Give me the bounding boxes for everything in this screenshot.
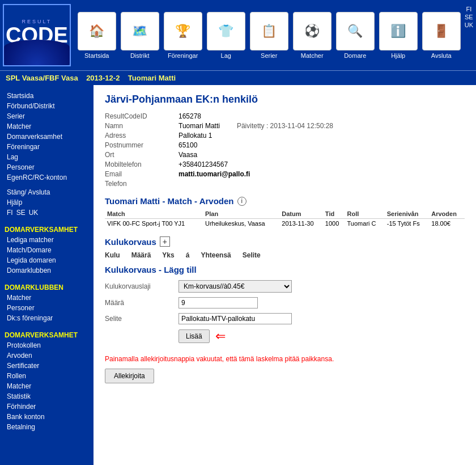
nav-item-startsida[interactable]: 🏠 Startsida [76,12,117,59]
label-resultcodeid: ResultCodeID [105,112,178,120]
sidebar-item-startsida[interactable]: Startsida [0,91,94,101]
match-cell-plan: Urheilukeskus, Vaasa [203,219,279,229]
match-title-text: Tuomari Matti - Match - Arvoden [105,196,234,206]
match-table: Match Plan Datum Tid Roll Serienivån Arv… [105,209,465,228]
sidebar-item-statistik[interactable]: Statistik [0,391,94,401]
kulukorvaus-header: Kulukorvaus + [105,236,465,247]
nav-item-lag[interactable]: 👕 Lag [206,12,246,59]
sidebar-item-betalning[interactable]: Betalning [0,422,94,432]
foreningar-icon[interactable]: 🏆 [164,12,202,50]
main-content: Järvi-Pohjanmaan EK:n henkilö ResultCode… [94,85,476,465]
selite-input[interactable] [178,313,292,324]
info-row-postnummer: Postnummer 65100 [105,141,465,149]
info-icon[interactable]: i [237,197,246,206]
sidebar-item-lediga[interactable]: Lediga matcher [0,235,94,245]
nav-label-lag: Lag [221,52,231,59]
lang-uk[interactable]: UK [465,22,473,28]
lang-fi[interactable]: FI [466,6,471,12]
nav-item-avsluta[interactable]: 🚪 Avsluta [421,12,462,59]
value-email: matti.tuomari@pallo.fi [178,170,250,178]
lang-se[interactable]: SE [465,14,473,20]
updated-label: Päivitetty : 2013-11-04 12:50:28 [237,122,333,130]
col-arvoden: Arvoden [429,209,465,219]
sidebar-item-domarklubben[interactable]: Domarklubben [0,265,94,276]
sidebar-lang-row: FI SE UK [0,208,94,218]
logo[interactable]: RESULT CODE (www) [3,4,71,66]
sidebar-item-lag[interactable]: Lag [0,152,94,162]
nav-label-serier: Serier [261,52,277,59]
nav-item-domare[interactable]: 🔍 Domare [335,12,376,59]
sidebar-item-arvoden[interactable]: Arvoden [0,350,94,361]
language-selector: FI SE UK [465,6,473,28]
nav-label-avsluta: Avsluta [431,52,452,59]
form-label-selite: Selite [105,315,178,323]
sidebar-item-matchdomare[interactable]: Match/Domare [0,245,94,255]
form-label-laji: Kulukorvauslaji [105,282,178,290]
label-ort: Ort [105,151,178,159]
sidebar-item-personer[interactable]: Personer [0,162,94,172]
col-roll: Roll [345,209,385,219]
avsluta-icon[interactable]: 🚪 [422,12,461,50]
sidebar-item-sertificater[interactable]: Sertificater [0,361,94,371]
hjalp-icon[interactable]: ℹ️ [379,12,418,50]
breadcrumb: SPL Vaasa/FBF Vasa 2013-12-2 Tuomari Mat… [0,70,476,85]
top-navigation: RESULT CODE (www) 🏠 Startsida 🗺️ Distrik… [0,0,476,70]
nav-item-matcher[interactable]: ⚽ Matcher [292,12,333,59]
form-row-maara: Määrä [105,297,465,308]
match-cell-roll: Tuomari C [345,219,385,229]
nav-item-distrikt[interactable]: 🗺️ Distrikt [120,12,160,59]
sidebar-lang-se[interactable]: SE [16,209,26,217]
kulukorvauslaji-select[interactable]: Km-korvaus//à0.45€ [178,280,292,293]
sidebar-item-hjalp[interactable]: Hjälp [0,197,94,208]
kulukorvaus-add-button[interactable]: + [160,236,170,247]
col-plan: Plan [203,209,279,219]
lag-icon[interactable]: 👕 [207,12,245,50]
sidebar-item-dk-foreningar[interactable]: Dk:s föreningar [0,313,94,323]
match-cell-serienivan: -15 Tytöt Fs [385,219,429,229]
distrikt-icon[interactable]: 🗺️ [121,12,159,50]
matcher-icon[interactable]: ⚽ [293,12,332,50]
sidebar-item-egenrc[interactable]: EgenRC/RC-konton [0,172,94,183]
kulu-col-yks: Yks [162,251,174,259]
sidebar-item-forhinder[interactable]: Förhinder [0,401,94,412]
sidebar-item-dk-personer[interactable]: Personer [0,303,94,313]
sidebar-item-stang[interactable]: Stäng/ Avsluta [0,187,94,197]
info-row-mobile: Mobiltelefon +358401234567 [105,160,465,168]
sidebar-item-dk-matcher[interactable]: Matcher [0,293,94,303]
nav-item-foreningar[interactable]: 🏆 Föreningar [163,12,203,59]
maara-input[interactable] [178,297,258,308]
sidebar-item-rollen[interactable]: Rollen [0,371,94,381]
sidebar-item-foreningar[interactable]: Föreningar [0,142,94,152]
domare-icon[interactable]: 🔍 [336,12,375,50]
label-namn: Namn [105,122,178,130]
person-info-table: ResultCodeID 165278 Namn Tuomari Matti P… [105,112,465,188]
label-postnummer: Postnummer [105,141,178,149]
allekirjoita-button[interactable]: Allekirjoita [105,369,154,383]
startsida-icon[interactable]: 🏠 [78,12,116,50]
lisaa-button[interactable]: Lisää [178,329,210,343]
sidebar-item-bank[interactable]: Bank konton [0,412,94,422]
nav-label-matcher: Matcher [301,52,324,59]
nav-item-serier[interactable]: 📋 Serier [249,12,290,59]
label-telefon: Telefon [105,180,178,188]
nav-item-hjalp[interactable]: ℹ️ Hjälp [378,12,419,59]
sidebar-item-matcher[interactable]: Matcher [0,121,94,132]
form-row-laji: Kulukorvauslaji Km-korvaus//à0.45€ [105,280,465,293]
col-datum: Datum [279,209,323,219]
nav-label-startsida: Startsida [84,52,109,59]
sidebar-item-protokollen[interactable]: Protokollen [0,340,94,350]
match-cell-arvoden: 18.00€ [429,219,465,229]
kulu-col-selite: Selite [243,251,261,259]
sidebar-item-forbund[interactable]: Förbund/Distrikt [0,101,94,111]
col-tid: Tid [323,209,345,219]
logo-globe-decoration [4,40,70,65]
kulukorvaus-title-text: Kulukorvaus [105,237,156,247]
sidebar-item-serier[interactable]: Serier [0,111,94,121]
sidebar-item-matcher2[interactable]: Matcher [0,381,94,391]
serier-icon[interactable]: 📋 [250,12,288,50]
sidebar-lang-uk[interactable]: UK [29,209,39,217]
info-row-telefon: Telefon [105,180,465,188]
sidebar-lang-fi[interactable]: FI [7,209,13,217]
sidebar-item-legida[interactable]: Legida domaren [0,255,94,265]
sidebar-item-domarverksamhet[interactable]: Domarverksamhet [0,132,94,142]
